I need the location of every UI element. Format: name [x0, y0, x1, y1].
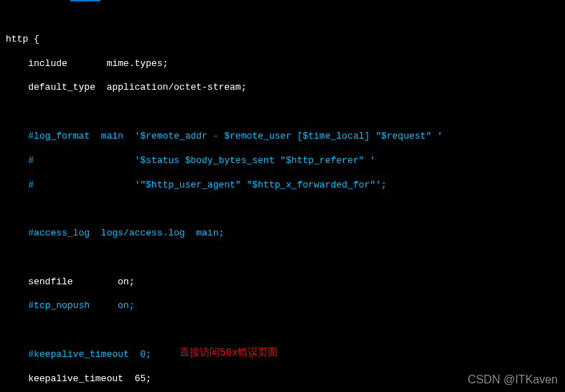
blank-line: [6, 203, 559, 215]
config-line: default_type application/octet-stream;: [6, 82, 559, 94]
comment-line: # '"$http_user_agent" "$http_x_forwarded…: [6, 179, 559, 192]
top-accent-line: [70, 0, 101, 1]
comment-line: #access_log logs/access.log main;: [6, 228, 559, 240]
blank-line: [6, 106, 559, 118]
comment-line: #keepalive_timeout 0;: [6, 349, 559, 361]
terminal-content: http { include mime.types; default_type …: [0, 0, 565, 392]
config-line: include mime.types;: [6, 58, 559, 70]
blank-line: [6, 252, 559, 264]
config-line: sendfile on;: [6, 276, 559, 289]
comment-line: #tcp_nopush on;: [6, 300, 559, 312]
annotation-text: 直接访问50x错误页面: [179, 346, 278, 359]
config-line: http {: [6, 34, 559, 46]
watermark-text: CSDN @ITKaven: [467, 373, 558, 388]
blank-line: [6, 325, 559, 337]
comment-line: # '$status $body_bytes_sent "$http_refer…: [6, 155, 559, 167]
comment-line: #log_format main '$remote_addr - $remote…: [6, 131, 559, 143]
